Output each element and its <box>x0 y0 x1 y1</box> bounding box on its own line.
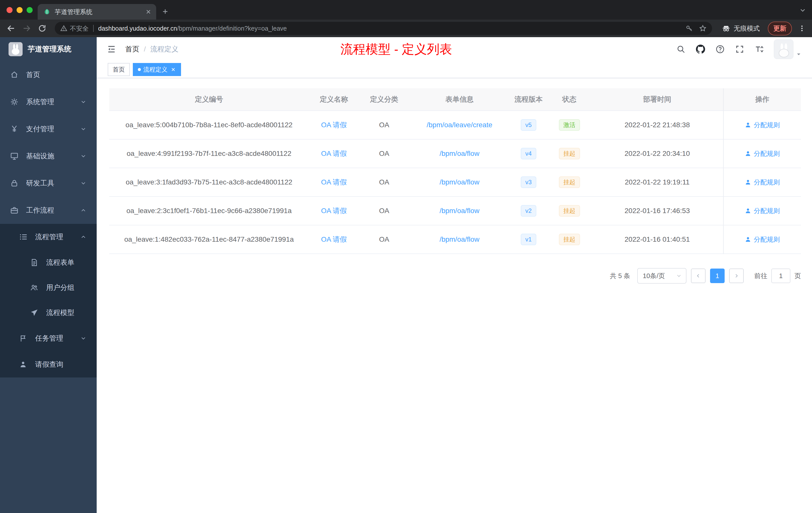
user-avatar[interactable] <box>774 39 793 59</box>
sidebar-item-user-group[interactable]: 用户分组 <box>0 275 97 300</box>
browser-tab[interactable]: 芋道管理系统 <box>38 4 156 20</box>
assign-rule-button[interactable]: 分配规则 <box>745 121 780 129</box>
page-size-select[interactable]: 10条/页 <box>637 268 687 283</box>
font-size-icon[interactable] <box>754 44 764 54</box>
sidebar-item-label: 请假查询 <box>35 360 63 369</box>
tab-strip: 芋道管理系统 <box>0 0 812 20</box>
assign-rule-button[interactable]: 分配规则 <box>745 178 780 187</box>
sidebar-item-label: 任务管理 <box>35 334 63 343</box>
new-tab-button[interactable] <box>158 4 172 19</box>
next-page-button[interactable] <box>729 269 744 283</box>
cell-category: OA <box>359 197 409 225</box>
security-label[interactable]: 不安全 <box>70 24 89 33</box>
sidebar-item-task-management[interactable]: 任务管理 <box>0 325 97 351</box>
form-info-link[interactable]: /bpm/oa/flow <box>440 150 480 158</box>
browser-menu-icon[interactable] <box>796 22 808 35</box>
document-icon <box>30 259 40 267</box>
incognito-label: 无痕模式 <box>734 24 760 33</box>
github-icon[interactable] <box>696 44 705 54</box>
tag-home[interactable]: 首页 <box>108 63 130 76</box>
cell-definition-id: oa_leave:1:482ec033-762a-11ec-8477-a2380… <box>109 225 309 253</box>
url-path: /bpm/manager/definition?key=oa_leave <box>177 25 287 32</box>
breadcrumb-home[interactable]: 首页 <box>125 44 139 54</box>
definition-name-link[interactable]: OA 请假 <box>321 206 347 216</box>
sidebar-item-label: 首页 <box>26 70 40 80</box>
table-row: oa_leave:4:991f2193-7b7f-11ec-a3c8-acde4… <box>109 140 801 168</box>
prev-page-button[interactable] <box>691 269 705 283</box>
sidebar-item-payment[interactable]: 支付管理 <box>0 116 97 143</box>
status-badge: 挂起 <box>559 205 580 217</box>
status-badge: 挂起 <box>559 148 580 159</box>
assign-rule-label: 分配规则 <box>754 178 780 187</box>
cell-deploy-time: 2022-01-22 19:19:11 <box>591 168 723 196</box>
definition-name-link[interactable]: OA 请假 <box>321 177 347 187</box>
definition-name-link[interactable]: OA 请假 <box>321 120 347 130</box>
hamburger-icon[interactable] <box>105 43 118 56</box>
incognito-badge: 无痕模式 <box>722 24 760 33</box>
tab-search-icon[interactable] <box>799 6 807 14</box>
assign-rule-button[interactable]: 分配规则 <box>745 207 780 215</box>
forward-button[interactable] <box>20 22 33 35</box>
table-row: oa_leave:5:004b710b-7b8a-11ec-8ef0-acde4… <box>109 111 801 140</box>
sidebar-item-process-form[interactable]: 流程表单 <box>0 250 97 275</box>
help-icon[interactable] <box>715 44 725 54</box>
sidebar-item-label: 系统管理 <box>26 97 54 107</box>
gear-icon <box>10 98 20 106</box>
zoom-window-button[interactable] <box>27 7 33 13</box>
cell-category: OA <box>359 140 409 168</box>
sidebar-menu: 首页 系统管理 支付管理 基础设施 研发工具 <box>0 61 97 378</box>
tab-close-icon[interactable] <box>145 8 152 15</box>
status-badge: 激活 <box>559 119 580 131</box>
tag-close-icon[interactable] <box>171 67 176 72</box>
sidebar-item-infrastructure[interactable]: 基础设施 <box>0 143 97 170</box>
chevron-down-icon <box>676 273 682 279</box>
page-size-value: 10条/页 <box>643 272 665 280</box>
search-icon[interactable] <box>676 44 686 54</box>
table-row: oa_leave:3:1fad3d93-7b75-11ec-a3c8-acde4… <box>109 168 801 197</box>
bookmark-star-icon[interactable] <box>699 25 706 32</box>
version-tag: v3 <box>521 176 536 188</box>
sidebar-item-workflow[interactable]: 工作流程 <box>0 197 97 224</box>
sidebar-item-process-management[interactable]: 流程管理 <box>0 224 97 250</box>
definition-name-link[interactable]: OA 请假 <box>321 235 347 244</box>
security-warning-icon <box>60 25 67 32</box>
close-window-button[interactable] <box>6 7 12 13</box>
form-info-link[interactable]: /bpm/oa/flow <box>440 178 480 186</box>
definition-table: 定义编号 定义名称 定义分类 表单信息 流程版本 状态 部署时间 操作 oa_l… <box>109 88 801 254</box>
page-number-button[interactable]: 1 <box>710 269 725 283</box>
minimize-window-button[interactable] <box>17 7 23 13</box>
form-info-link[interactable]: /bpm/oa/leave/create <box>427 121 492 129</box>
sidebar-item-process-model[interactable]: 流程模型 <box>0 300 97 325</box>
assign-rule-button[interactable]: 分配规则 <box>745 149 780 158</box>
sidebar-item-system[interactable]: 系统管理 <box>0 88 97 116</box>
definition-name-link[interactable]: OA 请假 <box>321 149 347 158</box>
sidebar-item-label: 流程管理 <box>35 232 63 242</box>
sidebar-item-leave-query[interactable]: 请假查询 <box>0 351 97 378</box>
form-info-link[interactable]: /bpm/oa/flow <box>440 235 480 243</box>
form-info-link[interactable]: /bpm/oa/flow <box>440 207 480 215</box>
column-header: 表单信息 <box>409 88 510 111</box>
back-button[interactable] <box>4 22 18 35</box>
fullscreen-icon[interactable] <box>735 44 745 54</box>
tag-process-definition[interactable]: 流程定义 <box>133 63 181 76</box>
person-icon <box>19 360 29 368</box>
navbar-actions <box>676 39 812 59</box>
cell-deploy-time: 2022-01-16 01:40:51 <box>591 225 723 253</box>
version-tag: v4 <box>521 148 536 159</box>
address-bar[interactable]: 不安全 dashboard.yudao.iocoder.cn /bpm/mana… <box>55 22 712 35</box>
reload-button[interactable] <box>36 22 49 35</box>
table-row: oa_leave:1:482ec033-762a-11ec-8477-a2380… <box>109 225 801 254</box>
password-key-icon[interactable] <box>686 25 693 32</box>
home-icon <box>10 70 20 79</box>
sidebar-item-home[interactable]: 首页 <box>0 61 97 88</box>
monitor-icon <box>10 152 20 160</box>
breadcrumb-separator: / <box>144 45 146 53</box>
status-badge: 挂起 <box>559 234 580 245</box>
goto-unit: 页 <box>794 272 801 280</box>
assign-rule-button[interactable]: 分配规则 <box>745 235 780 244</box>
browser-update-button[interactable]: 更新 <box>768 22 792 35</box>
page-goto-input[interactable] <box>771 269 790 283</box>
sidebar-item-dev-tools[interactable]: 研发工具 <box>0 170 97 197</box>
cell-definition-id: oa_leave:4:991f2193-7b7f-11ec-a3c8-acde4… <box>109 140 309 168</box>
table-header-row: 定义编号 定义名称 定义分类 表单信息 流程版本 状态 部署时间 操作 <box>109 88 801 111</box>
